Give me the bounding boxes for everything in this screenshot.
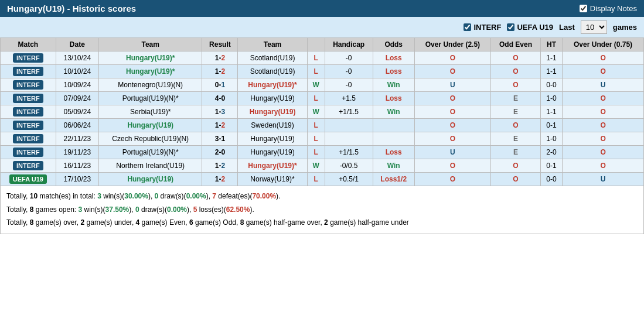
col-odd-even: Odd Even	[491, 38, 541, 52]
col-ht: HT	[540, 38, 562, 52]
table-row: INTERF 05/09/24 Serbia(U19)* 1-3 Hungary…	[1, 105, 644, 119]
cell-team1: Hungary(U19)	[99, 119, 202, 132]
display-notes-checkbox[interactable]	[580, 5, 587, 12]
cell-outcome: W	[307, 105, 325, 119]
cell-over075: O	[563, 159, 644, 173]
col-team2: Team	[238, 38, 307, 52]
interf-checkbox[interactable]	[464, 23, 471, 31]
interf-filter[interactable]: INTERF	[464, 23, 501, 32]
cell-result: 1-2	[202, 52, 238, 65]
cell-result: 1-2	[202, 65, 238, 78]
cell-odd-even: E	[491, 132, 541, 146]
cell-team2: Hungary(U19)	[238, 146, 307, 159]
cell-result: 3-1	[202, 132, 238, 146]
cell-outcome: L	[307, 52, 325, 65]
cell-ht: 1-1	[540, 52, 562, 65]
uefa-filter[interactable]: UEFA U19	[507, 23, 553, 32]
cell-odds: Loss	[373, 92, 414, 105]
table-row: INTERF 19/11/23 Portugal(U19)(N)* 2-0 Hu…	[1, 146, 644, 159]
table-row: INTERF 22/11/23 Czech Republic(U19)(N) 3…	[1, 132, 644, 146]
cell-match: INTERF	[1, 92, 56, 105]
col-over075: Over Under (0.75)	[563, 38, 644, 52]
cell-team2: Scotland(U19)	[238, 52, 307, 65]
cell-over25: O	[414, 52, 491, 65]
cell-ht: 1-1	[540, 105, 562, 119]
cell-team2: Hungary(U19)*	[238, 159, 307, 173]
cell-date: 10/10/24	[56, 65, 98, 78]
col-odds: Odds	[373, 38, 414, 52]
table-row: INTERF 16/11/23 Northern Ireland(U19) 1-…	[1, 159, 644, 173]
cell-handicap	[325, 119, 373, 132]
cell-over075: O	[563, 105, 644, 119]
cell-team2: Norway(U19)*	[238, 173, 307, 186]
cell-odds	[373, 132, 414, 146]
cell-team1: Hungary(U19)*	[99, 65, 202, 78]
cell-ht: 0-0	[540, 173, 562, 186]
cell-date: 17/10/23	[56, 173, 98, 186]
cell-team1: Portugal(U19)(N)*	[99, 146, 202, 159]
cell-over075: O	[563, 65, 644, 78]
cell-odd-even: O	[491, 78, 541, 92]
cell-match: INTERF	[1, 132, 56, 146]
cell-team1: Czech Republic(U19)(N)	[99, 132, 202, 146]
col-result: Result	[202, 38, 238, 52]
cell-date: 10/09/24	[56, 78, 98, 92]
cell-team1: Hungary(U19)	[99, 173, 202, 186]
cell-result: 2-0	[202, 146, 238, 159]
cell-date: 22/11/23	[56, 132, 98, 146]
cell-odds: Win	[373, 105, 414, 119]
interf-label: INTERF	[473, 23, 501, 32]
cell-match: INTERF	[1, 52, 56, 65]
cell-handicap: +0.5/1	[325, 173, 373, 186]
cell-date: 06/06/24	[56, 119, 98, 132]
last-games-select[interactable]: 10 20 30 50	[581, 20, 607, 34]
cell-outcome: W	[307, 159, 325, 173]
summary-line3: Totally, 8 game(s) over, 2 game(s) under…	[6, 217, 638, 229]
cell-odd-even: E	[491, 146, 541, 159]
cell-team1: Hungary(U19)*	[99, 52, 202, 65]
cell-over075: O	[563, 146, 644, 159]
cell-over25: O	[414, 132, 491, 146]
cell-odd-even: O	[491, 52, 541, 65]
summary-line2: Totally, 8 games open: 3 win(s)(37.50%),…	[6, 204, 638, 217]
cell-handicap: -0	[325, 78, 373, 92]
cell-outcome: L	[307, 119, 325, 132]
cell-over25: O	[414, 159, 491, 173]
cell-result: 4-0	[202, 92, 238, 105]
cell-outcome: W	[307, 78, 325, 92]
cell-team2: Hungary(U19)	[238, 132, 307, 146]
cell-team2: Hungary(U19)	[238, 92, 307, 105]
col-team1: Team	[99, 38, 202, 52]
cell-result: 1-2	[202, 119, 238, 132]
table-header-row: Match Date Team Result Team Handicap Odd…	[1, 38, 644, 52]
display-notes-label: Display Notes	[590, 4, 637, 13]
col-outcome	[307, 38, 325, 52]
cell-team1: Serbia(U19)*	[99, 105, 202, 119]
table-row: INTERF 13/10/24 Hungary(U19)* 1-2 Scotla…	[1, 52, 644, 65]
cell-team1: Portugal(U19)(N)*	[99, 92, 202, 105]
cell-ht: 0-1	[540, 159, 562, 173]
table-row: INTERF 06/06/24 Hungary(U19) 1-2 Sweden(…	[1, 119, 644, 132]
cell-match: INTERF	[1, 159, 56, 173]
cell-match: INTERF	[1, 146, 56, 159]
cell-outcome: L	[307, 146, 325, 159]
cell-odds	[373, 119, 414, 132]
cell-over075: O	[563, 52, 644, 65]
cell-ht: 1-0	[540, 92, 562, 105]
cell-team1: Montenegro(U19)(N)	[99, 78, 202, 92]
cell-odd-even: O	[491, 173, 541, 186]
uefa-checkbox[interactable]	[507, 23, 514, 31]
cell-over25: O	[414, 92, 491, 105]
cell-team2: Sweden(U19)	[238, 119, 307, 132]
cell-odds: Loss1/2	[373, 173, 414, 186]
col-handicap: Handicap	[325, 38, 373, 52]
header: Hungary(U19) - Historic scores Display N…	[0, 0, 644, 17]
display-notes-toggle[interactable]: Display Notes	[580, 4, 637, 13]
cell-odd-even: E	[491, 92, 541, 105]
cell-handicap: +1/1.5	[325, 146, 373, 159]
games-label: games	[613, 23, 637, 32]
col-over25: Over Under (2.5)	[414, 38, 491, 52]
cell-match: INTERF	[1, 78, 56, 92]
cell-over25: O	[414, 119, 491, 132]
scores-table: Match Date Team Result Team Handicap Odd…	[0, 37, 644, 186]
